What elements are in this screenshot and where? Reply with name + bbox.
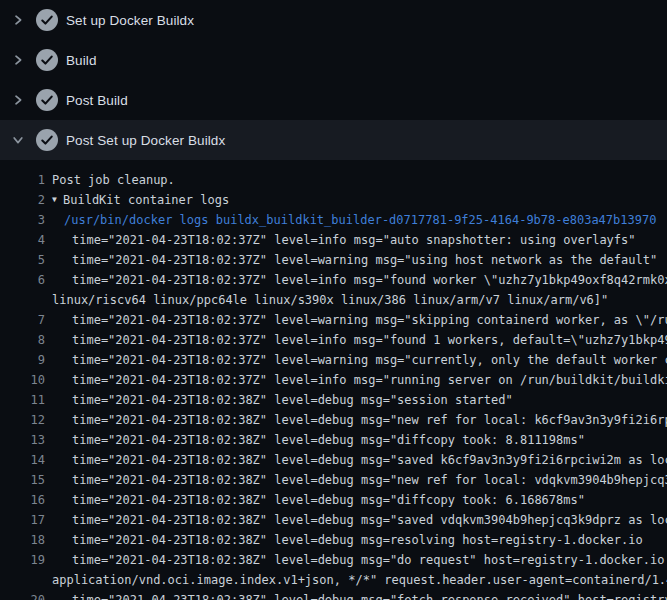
log-line-number[interactable]: 12 — [0, 410, 45, 430]
log-group-toggle-icon[interactable]: ▼ — [52, 190, 63, 210]
log-line-number[interactable]: 17 — [0, 510, 45, 530]
log-line-text: time="2021-04-23T18:02:37Z" level=warnin… — [72, 310, 667, 330]
log-line-number[interactable]: 19 — [0, 550, 45, 570]
log-line: 7 time="2021-04-23T18:02:37Z" level=warn… — [0, 310, 667, 330]
log-line-number[interactable]: 6 — [0, 270, 45, 290]
log-line-number[interactable]: 14 — [0, 450, 45, 470]
log-line: application/vnd.oci.image.index.v1+json,… — [0, 570, 667, 590]
log-line: 14 time="2021-04-23T18:02:38Z" level=deb… — [0, 450, 667, 470]
log-line-number[interactable]: 10 — [0, 370, 45, 390]
step-header-build[interactable]: Build — [0, 40, 667, 80]
log-line-text: time="2021-04-23T18:02:38Z" level=debug … — [72, 490, 585, 510]
log-line-text: time="2021-04-23T18:02:38Z" level=debug … — [72, 390, 513, 410]
log-line-text: linux/riscv64 linux/ppc64le linux/s390x … — [52, 290, 608, 310]
log-line: 4 time="2021-04-23T18:02:37Z" level=info… — [0, 230, 667, 250]
log-line-number[interactable]: 2 — [0, 190, 45, 210]
log-line: 1 Post job cleanup. — [0, 170, 667, 190]
log-line: 11 time="2021-04-23T18:02:38Z" level=deb… — [0, 390, 667, 410]
log-line-text: time="2021-04-23T18:02:38Z" level=debug … — [72, 590, 667, 600]
log-output: 1 Post job cleanup. 2 ▼BuildKit containe… — [0, 160, 667, 600]
log-line-text: time="2021-04-23T18:02:38Z" level=debug … — [72, 470, 667, 490]
log-line-number[interactable]: 13 — [0, 430, 45, 450]
log-line-number[interactable]: 11 — [0, 390, 45, 410]
log-line-text: time="2021-04-23T18:02:38Z" level=debug … — [72, 550, 667, 570]
log-line-number[interactable]: 8 — [0, 330, 45, 350]
step-list: Set up Docker Buildx Build Post Build — [0, 0, 667, 160]
log-line: linux/riscv64 linux/ppc64le linux/s390x … — [0, 290, 667, 310]
step-header-post-set-up-docker-buildx[interactable]: Post Set up Docker Buildx — [0, 120, 667, 160]
log-line-text: time="2021-04-23T18:02:38Z" level=debug … — [72, 430, 585, 450]
log-line: 9 time="2021-04-23T18:02:37Z" level=warn… — [0, 350, 667, 370]
log-line: 18 time="2021-04-23T18:02:38Z" level=deb… — [0, 530, 667, 550]
log-line: 19 time="2021-04-23T18:02:38Z" level=deb… — [0, 550, 667, 570]
log-line-text: time="2021-04-23T18:02:37Z" level=info m… — [72, 270, 667, 290]
log-line-text: time="2021-04-23T18:02:38Z" level=debug … — [72, 510, 667, 530]
chevron-right-icon — [12, 14, 24, 26]
log-line-number[interactable]: 5 — [0, 250, 45, 270]
log-line: 8 time="2021-04-23T18:02:37Z" level=info… — [0, 330, 667, 350]
log-command-text: /usr/bin/docker logs buildx_buildkit_bui… — [64, 210, 656, 230]
log-line-text: time="2021-04-23T18:02:38Z" level=debug … — [72, 530, 643, 550]
log-line: 3 /usr/bin/docker logs buildx_buildkit_b… — [0, 210, 667, 230]
log-line-text: time="2021-04-23T18:02:37Z" level=info m… — [72, 370, 667, 390]
check-circle-icon — [36, 49, 58, 71]
log-line: 20 time="2021-04-23T18:02:38Z" level=deb… — [0, 590, 667, 600]
log-line: 15 time="2021-04-23T18:02:38Z" level=deb… — [0, 470, 667, 490]
log-line-number — [0, 290, 45, 310]
chevron-right-icon — [12, 54, 24, 66]
log-line: 16 time="2021-04-23T18:02:38Z" level=deb… — [0, 490, 667, 510]
log-line-number[interactable]: 16 — [0, 490, 45, 510]
log-line-number[interactable]: 18 — [0, 530, 45, 550]
log-line-number[interactable]: 3 — [0, 210, 45, 230]
log-line-number[interactable]: 15 — [0, 470, 45, 490]
log-line: 5 time="2021-04-23T18:02:37Z" level=warn… — [0, 250, 667, 270]
log-line-number[interactable]: 1 — [0, 170, 45, 190]
log-line-text: application/vnd.oci.image.index.v1+json,… — [52, 570, 667, 590]
step-name: Post Build — [66, 93, 128, 108]
log-line-number[interactable]: 7 — [0, 310, 45, 330]
log-line-text: time="2021-04-23T18:02:37Z" level=info m… — [72, 230, 636, 250]
log-line-text: Post job cleanup. — [52, 170, 175, 190]
step-header-set-up-docker-buildx[interactable]: Set up Docker Buildx — [0, 0, 667, 40]
chevron-right-icon — [12, 94, 24, 106]
log-line-text: time="2021-04-23T18:02:37Z" level=warnin… — [72, 250, 657, 270]
log-line: 10 time="2021-04-23T18:02:37Z" level=inf… — [0, 370, 667, 390]
log-line: 12 time="2021-04-23T18:02:38Z" level=deb… — [0, 410, 667, 430]
log-line-text: time="2021-04-23T18:02:37Z" level=warnin… — [72, 350, 667, 370]
actions-log-viewer: Set up Docker Buildx Build Post Build — [0, 0, 667, 600]
check-circle-icon — [36, 9, 58, 31]
step-name: Build — [66, 53, 97, 68]
log-line-number[interactable]: 20 — [0, 590, 45, 600]
step-header-post-build[interactable]: Post Build — [0, 80, 667, 120]
step-name: Post Set up Docker Buildx — [66, 133, 225, 148]
log-line: 6 time="2021-04-23T18:02:37Z" level=info… — [0, 270, 667, 290]
chevron-down-icon — [12, 134, 24, 146]
log-line-number — [0, 570, 45, 590]
check-circle-icon — [36, 129, 58, 151]
step-name: Set up Docker Buildx — [66, 13, 194, 28]
log-line: 17 time="2021-04-23T18:02:38Z" level=deb… — [0, 510, 667, 530]
log-line-text: time="2021-04-23T18:02:38Z" level=debug … — [72, 450, 667, 470]
log-line-number[interactable]: 9 — [0, 350, 45, 370]
log-line-text: time="2021-04-23T18:02:37Z" level=info m… — [72, 330, 667, 350]
log-line-number[interactable]: 4 — [0, 230, 45, 250]
log-line: 13 time="2021-04-23T18:02:38Z" level=deb… — [0, 430, 667, 450]
log-line: 2 ▼BuildKit container logs — [0, 190, 667, 210]
log-group-title: BuildKit container logs — [63, 190, 229, 210]
check-circle-icon — [36, 89, 58, 111]
log-line-text: time="2021-04-23T18:02:38Z" level=debug … — [72, 410, 667, 430]
